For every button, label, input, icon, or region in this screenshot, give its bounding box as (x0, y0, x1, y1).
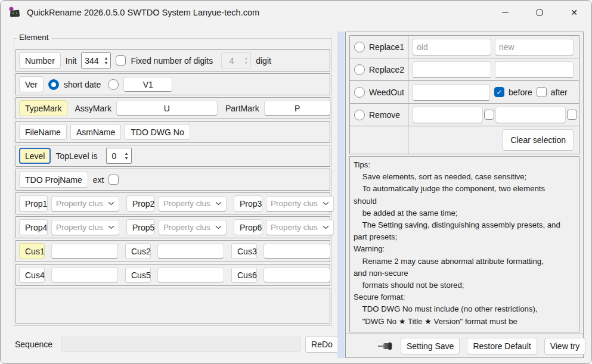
minimize-button[interactable] (488, 1, 522, 24)
version-input[interactable] (123, 77, 172, 92)
fixed-digits-checkbox[interactable] (116, 55, 126, 66)
replace1-new-input[interactable] (495, 39, 574, 55)
prop1-button[interactable]: Prop1 (19, 195, 48, 211)
spin-up-icon: ▲ (244, 56, 248, 60)
toplevel-spin-buttons: ▲ ▼ (122, 148, 131, 163)
remove-checkbox-2[interactable] (567, 110, 577, 120)
prop6-combobox-value: Property clus (271, 223, 318, 232)
prop6-button[interactable]: Prop6 (234, 219, 262, 235)
prop4-combobox[interactable]: Property clus (51, 220, 119, 235)
weedout-input[interactable] (413, 84, 490, 101)
cus1-input[interactable] (51, 244, 118, 259)
custom-version-radio[interactable] (108, 79, 119, 90)
prop1-combobox[interactable]: Property clus (51, 196, 119, 211)
prop6-combobox[interactable]: Property clus (266, 220, 334, 235)
prop-row-1: Prop1 Property clus Prop2 Property clus … (16, 192, 330, 214)
replace2-label: Replace2 (369, 65, 404, 74)
remove-checkbox-1[interactable] (484, 110, 494, 120)
check-icon: ✓ (496, 88, 502, 97)
remove-label: Remove (369, 110, 400, 120)
app-window: QuickRename 2026.0.5.0 SWTDO System Lany… (0, 0, 592, 364)
cus1-button[interactable]: Cus1 (19, 243, 45, 259)
minimize-icon (502, 13, 509, 13)
before-checkbox[interactable]: ✓ (494, 87, 504, 97)
replace1-radio[interactable] (354, 42, 365, 52)
tdo-projname-button[interactable]: TDO ProjName (19, 172, 88, 188)
filename-button[interactable]: FileName (19, 124, 67, 140)
cus6-button[interactable]: Cus6 (231, 267, 257, 283)
asmname-button[interactable]: AsmName (70, 124, 121, 140)
tdo-dwg-no-button[interactable]: TDO DWG No (125, 124, 190, 140)
element-group-label: Element (17, 33, 51, 42)
clear-selection-button[interactable]: Clear selection (503, 129, 574, 151)
remove-radio[interactable] (354, 110, 365, 120)
assymark-input[interactable] (116, 101, 218, 116)
view-try-button[interactable]: View try (544, 338, 586, 354)
cus4-input[interactable] (51, 267, 118, 282)
remove-input-2[interactable] (495, 107, 566, 123)
prop3-combobox[interactable]: Property clus (266, 196, 334, 211)
proj-row: TDO ProjName ext (16, 169, 330, 191)
replace2-old-input[interactable] (413, 61, 491, 78)
ext-checkbox[interactable] (109, 175, 119, 185)
caption-buttons: ✕ (488, 1, 591, 24)
toplevel-label: TopLevel is (55, 151, 97, 161)
number-row: Number Init ▲ ▼ Fixed number of digits ▲… (16, 49, 330, 71)
restore-default-button[interactable]: Restore Default (467, 338, 537, 354)
replace2-new-input[interactable] (495, 61, 574, 78)
level-button[interactable]: Level (19, 148, 51, 164)
short-date-radio[interactable] (48, 79, 59, 90)
digit-value-input (222, 53, 241, 68)
spin-up-icon[interactable]: ▲ (104, 56, 109, 60)
prop3-button[interactable]: Prop3 (234, 195, 262, 211)
typemark-button[interactable]: TypeMark (19, 100, 67, 116)
replace1-label: Replace1 (369, 42, 404, 52)
chevron-down-icon (215, 225, 222, 229)
number-button[interactable]: Number (19, 52, 61, 69)
toplevel-spinner: ▲ ▼ (106, 148, 132, 164)
spin-down-icon[interactable]: ▼ (104, 61, 109, 65)
init-value-input[interactable] (82, 53, 101, 68)
maximize-button[interactable] (522, 1, 557, 24)
cus2-button[interactable]: Cus2 (125, 243, 151, 259)
setting-save-button[interactable]: Setting Save (401, 338, 460, 354)
redo-button[interactable]: ReDo (305, 336, 339, 353)
short-date-label: short date (64, 80, 101, 89)
after-checkbox[interactable] (537, 87, 547, 97)
prop2-combobox[interactable]: Property clus (159, 196, 227, 211)
replace1-old-input[interactable] (413, 39, 491, 55)
spin-down-icon[interactable]: ▼ (125, 156, 129, 160)
close-icon: ✕ (571, 8, 578, 17)
ver-button[interactable]: Ver (19, 76, 44, 92)
toplevel-value-input[interactable] (107, 148, 122, 163)
sequence-row: Sequence ReDo (15, 336, 339, 353)
cus6-input[interactable] (264, 267, 330, 282)
prop2-button[interactable]: Prop2 (126, 195, 155, 211)
replace2-radio[interactable] (354, 64, 365, 75)
splitter-handle[interactable] (337, 32, 345, 358)
cus3-button[interactable]: Cus3 (231, 243, 257, 259)
ver-row: Ver short date (16, 73, 330, 95)
remove-inputs (408, 104, 579, 126)
remove-input-1[interactable] (413, 107, 483, 123)
weedout-radio[interactable] (354, 87, 365, 98)
prop5-combobox[interactable]: Property clus (159, 220, 227, 235)
weedout-row: WeedOut ✓ before after (350, 81, 579, 104)
cus3-input[interactable] (264, 244, 330, 259)
cus2-input[interactable] (157, 244, 224, 259)
cus5-input[interactable] (157, 267, 224, 282)
right-panel: Replace1 Replace2 (345, 32, 584, 358)
prop4-button[interactable]: Prop4 (19, 219, 48, 235)
cus4-button[interactable]: Cus4 (19, 267, 45, 283)
pin-icon[interactable] (378, 341, 393, 351)
prop5-combobox-value: Property clus (163, 223, 210, 232)
init-spin-buttons: ▲ ▼ (101, 53, 110, 68)
replace2-row: Replace2 (350, 58, 579, 81)
prop5-button[interactable]: Prop5 (126, 219, 155, 235)
cus5-button[interactable]: Cus5 (125, 267, 151, 283)
partmark-input[interactable] (264, 101, 331, 116)
close-button[interactable]: ✕ (557, 1, 591, 24)
spin-up-icon[interactable]: ▲ (125, 151, 129, 155)
tips-text: Tips: Save elements, sort as needed, cas… (349, 156, 579, 332)
sequence-input[interactable] (61, 337, 300, 352)
